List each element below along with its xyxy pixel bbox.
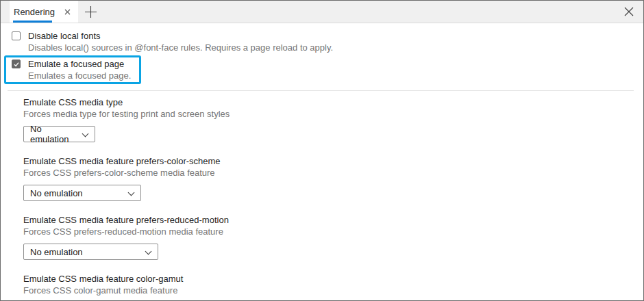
setting-description: Disables local() sources in @font-face r… xyxy=(28,42,333,53)
prefers-color-scheme-select[interactable]: No emulation xyxy=(23,185,141,201)
tab-bar: Rendering xyxy=(1,1,643,23)
setting-description: Forces CSS prefers-color-scheme media fe… xyxy=(23,167,632,179)
focused-setting-highlight-ring: Emulate a focused page Emulates a focuse… xyxy=(4,55,141,84)
chevron-down-icon xyxy=(145,248,152,255)
setting-label: Disable local fonts xyxy=(28,30,333,42)
chevron-down-icon xyxy=(128,189,135,196)
setting-emulate-css-media-type: Emulate CSS media type Forces media type… xyxy=(23,96,632,142)
rendering-panel-window: Rendering Disable local fonts xyxy=(0,0,644,301)
select-value: No emulation xyxy=(30,247,83,257)
setting-label: Emulate a focused page xyxy=(28,58,131,70)
setting-text: Emulate a focused page Emulates a focuse… xyxy=(28,58,131,81)
tab-label: Rendering xyxy=(14,7,55,17)
tab-close-button[interactable] xyxy=(62,6,73,17)
setting-emulate-focused-page: Emulate a focused page Emulates a focuse… xyxy=(12,58,131,81)
close-icon xyxy=(64,9,71,15)
setting-prefers-color-scheme: Emulate CSS media feature prefers-color-… xyxy=(23,155,632,201)
setting-color-gamut: Emulate CSS media feature color-gamut Fo… xyxy=(23,273,632,296)
setting-description: Forces media type for testing print and … xyxy=(23,108,632,120)
close-icon xyxy=(624,7,634,16)
setting-disable-local-fonts: Disable local fonts Disables local() sou… xyxy=(12,30,632,53)
chevron-down-icon xyxy=(82,131,89,138)
prefers-reduced-motion-select[interactable]: No emulation xyxy=(23,244,158,260)
setting-description: Forces CSS color-gamut media feature xyxy=(23,285,632,296)
new-tab-button[interactable] xyxy=(78,1,103,23)
setting-prefers-reduced-motion: Emulate CSS media feature prefers-reduce… xyxy=(23,214,632,260)
active-tab-indicator xyxy=(13,21,52,23)
disable-local-fonts-checkbox[interactable] xyxy=(12,31,21,40)
rendering-panel-content: Disable local fonts Disables local() sou… xyxy=(1,23,643,296)
plus-icon xyxy=(84,5,97,18)
tab-rendering[interactable]: Rendering xyxy=(10,1,78,23)
emulate-focused-page-checkbox[interactable] xyxy=(12,60,21,68)
setting-text: Disable local fonts Disables local() sou… xyxy=(28,30,333,53)
css-media-type-select[interactable]: No emulation xyxy=(23,126,95,142)
setting-label: Emulate CSS media feature prefers-reduce… xyxy=(23,214,632,226)
css-emulation-sections: Emulate CSS media type Forces media type… xyxy=(12,91,632,296)
setting-label: Emulate CSS media feature color-gamut xyxy=(23,273,632,285)
check-icon xyxy=(13,61,20,68)
setting-label: Emulate CSS media type xyxy=(23,96,632,108)
select-value: No emulation xyxy=(30,124,77,144)
panel-close-button[interactable] xyxy=(621,4,636,19)
select-value: No emulation xyxy=(30,188,83,198)
setting-description: Forces CSS prefers-reduced-motion media … xyxy=(23,226,632,237)
setting-description: Emulates a focused page. xyxy=(28,70,131,81)
setting-label: Emulate CSS media feature prefers-color-… xyxy=(23,155,632,167)
